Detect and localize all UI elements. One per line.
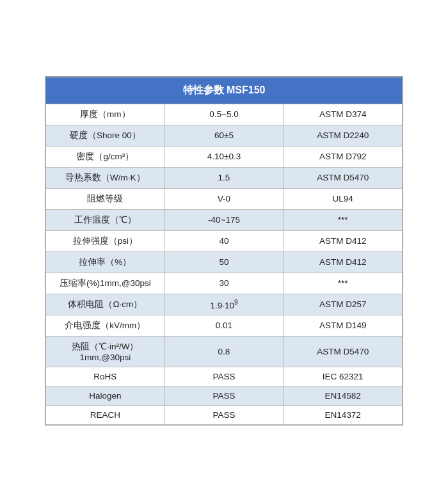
table-row: 拉伸强度（psi）40ASTM D412	[46, 230, 403, 251]
value-cell: 0.5~5.0	[164, 104, 284, 125]
table-row: 工作温度（℃）-40~175***	[46, 209, 403, 230]
table-row: 压缩率(%)1mm,@30psi30***	[46, 273, 403, 294]
property-cell: 厚度（mm）	[46, 104, 165, 125]
standard-cell: UL94	[284, 188, 403, 209]
value-cell: 1.9·109	[164, 294, 284, 315]
property-cell: Halogen	[46, 386, 165, 405]
value-cell: V-0	[164, 188, 284, 209]
property-cell: 拉伸率（%）	[46, 251, 165, 273]
table-row: RoHSPASSIEC 62321	[46, 367, 403, 386]
standard-cell: EN14582	[284, 386, 403, 405]
value-cell: 0.01	[164, 315, 284, 336]
table-row: 厚度（mm）0.5~5.0ASTM D374	[46, 104, 403, 125]
property-cell: 拉伸强度（psi）	[46, 230, 165, 251]
standard-cell: ASTM D792	[284, 146, 403, 167]
value-cell: PASS	[164, 405, 284, 424]
property-cell: RoHS	[46, 367, 165, 386]
property-cell: 工作温度（℃）	[46, 209, 165, 230]
standard-cell: ASTM D5470	[284, 167, 403, 188]
value-cell: PASS	[164, 386, 284, 405]
table-row: 体积电阻（Ω·cm）1.9·109ASTM D257	[46, 294, 403, 315]
value-cell: 0.8	[164, 336, 284, 367]
standard-cell: ASTM D149	[284, 315, 403, 336]
properties-table: 特性参数 MSF150 厚度（mm）0.5~5.0ASTM D374硬度（Sho…	[45, 76, 403, 425]
table-row: 硬度（Shore 00）60±5ASTM D2240	[46, 125, 403, 146]
property-cell: 密度（g/cm³）	[46, 146, 165, 167]
value-cell: 60±5	[164, 125, 284, 146]
table-row: 热阻（℃·in²/W）1mm,@30psi0.8ASTM D5470	[46, 336, 403, 367]
property-cell: 介电强度（kV/mm）	[46, 315, 165, 336]
property-cell: 导热系数（W/m·K）	[46, 167, 165, 188]
value-cell: 1.5	[164, 167, 284, 188]
value-cell: 40	[164, 230, 284, 251]
property-cell: 阻燃等级	[46, 188, 165, 209]
standard-cell: ***	[284, 273, 403, 294]
value-cell: 30	[164, 273, 284, 294]
value-cell: 50	[164, 251, 284, 273]
standard-cell: ASTM D374	[284, 104, 403, 125]
property-cell: REACH	[46, 405, 165, 424]
property-cell: 体积电阻（Ω·cm）	[46, 294, 165, 315]
value-cell: PASS	[164, 367, 284, 386]
table-header-row: 特性参数 MSF150	[46, 77, 403, 104]
standard-cell: ASTM D5470	[284, 336, 403, 367]
table-row: HalogenPASSEN14582	[46, 386, 403, 405]
table-row: 阻燃等级V-0UL94	[46, 188, 403, 209]
standard-cell: ASTM D412	[284, 251, 403, 273]
standard-cell: ASTM D257	[284, 294, 403, 315]
standard-cell: ASTM D2240	[284, 125, 403, 146]
table-row: 密度（g/cm³）4.10±0.3ASTM D792	[46, 146, 403, 167]
property-cell: 热阻（℃·in²/W）1mm,@30psi	[46, 336, 165, 367]
standard-cell: EN14372	[284, 405, 403, 424]
property-cell: 硬度（Shore 00）	[46, 125, 165, 146]
standard-cell: ***	[284, 209, 403, 230]
property-cell: 压缩率(%)1mm,@30psi	[46, 273, 165, 294]
table-row: 拉伸率（%）50ASTM D412	[46, 251, 403, 273]
value-cell: -40~175	[164, 209, 284, 230]
standard-cell: IEC 62321	[284, 367, 403, 386]
table-row: REACHPASSEN14372	[46, 405, 403, 424]
table-row: 导热系数（W/m·K）1.5ASTM D5470	[46, 167, 403, 188]
standard-cell: ASTM D412	[284, 230, 403, 251]
value-cell: 4.10±0.3	[164, 146, 284, 167]
table-title: 特性参数 MSF150	[46, 77, 403, 104]
table-row: 介电强度（kV/mm）0.01ASTM D149	[46, 315, 403, 336]
